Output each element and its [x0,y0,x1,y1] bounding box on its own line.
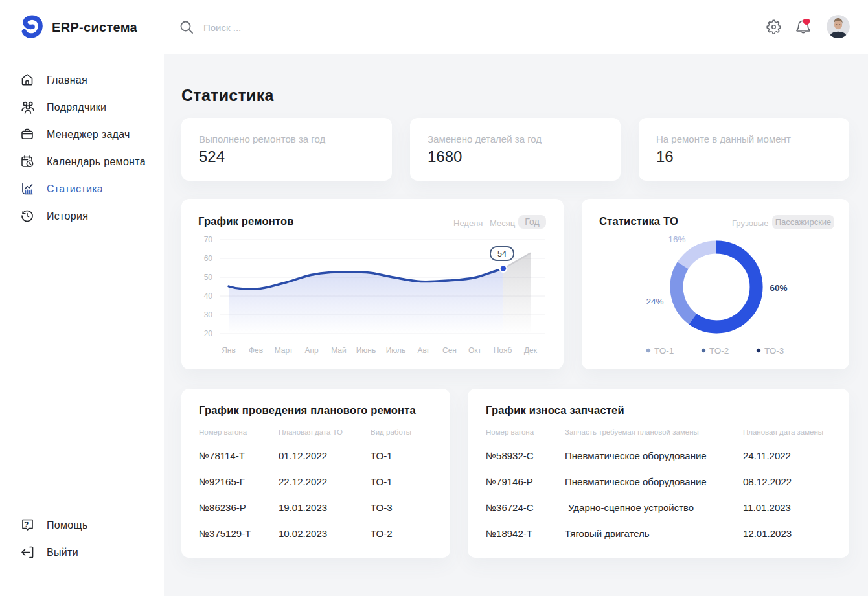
svg-text:ТО-3: ТО-3 [764,346,784,356]
svg-text:Фев: Фев [249,346,263,355]
svg-text:50: 50 [204,273,213,282]
svg-text:16%: 16% [668,235,685,244]
svg-text:24%: 24% [646,297,663,306]
svg-text:Июль: Июль [386,346,406,355]
svg-text:Май: Май [331,346,347,355]
svg-text:60%: 60% [770,283,787,293]
svg-text:40: 40 [204,292,213,301]
svg-text:54: 54 [497,249,507,258]
svg-text:Апр: Апр [304,346,319,355]
svg-text:70: 70 [204,235,213,244]
svg-text:Окт: Окт [468,346,482,355]
svg-text:Авг: Авг [418,346,430,355]
svg-text:30: 30 [204,310,213,319]
svg-text:Дек: Дек [524,346,538,355]
svg-text:Март: Март [275,346,293,355]
svg-text:ТО-1: ТО-1 [654,346,674,356]
svg-text:ТО-2: ТО-2 [709,346,729,356]
svg-text:Янв: Янв [222,346,236,355]
svg-text:Сен: Сен [442,346,457,355]
svg-text:Нояб: Нояб [494,346,512,355]
svg-text:Июнь: Июнь [356,346,376,355]
svg-text:60: 60 [204,254,213,263]
svg-text:20: 20 [204,329,213,338]
